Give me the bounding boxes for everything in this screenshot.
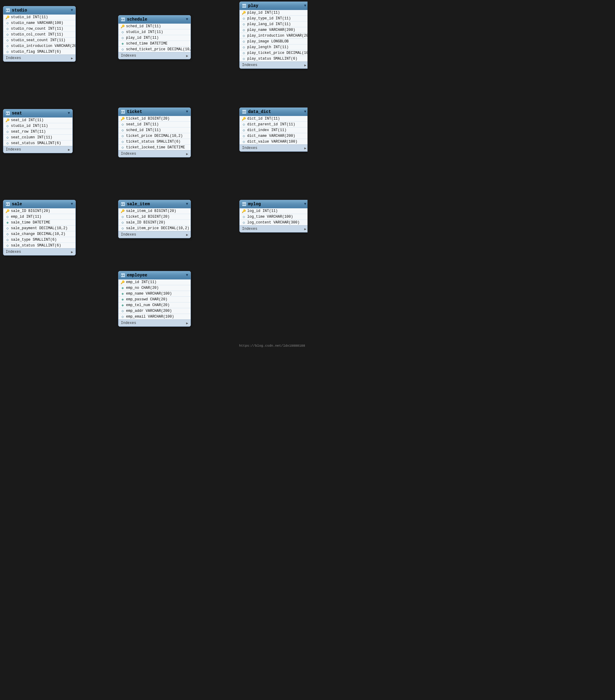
field-text: sale_change DECIMAL(10,2) — [11, 232, 65, 236]
table-title: studio — [12, 8, 69, 13]
table-row: ◇play_type_id INT(11) — [239, 16, 308, 22]
table-body: 🔑sched_id INT(11)◇studio_id INT(11)◇play… — [119, 24, 190, 52]
table-header-seat[interactable]: ▮▮seat▼ — [3, 109, 72, 117]
diamond-icon: ◇ — [121, 48, 124, 51]
indexes-section[interactable]: Indexes▶ — [3, 54, 75, 61]
table-row: ◇sale_type SMALLINT(6) — [3, 237, 75, 243]
diamond-icon: ◇ — [242, 215, 246, 218]
indexes-arrow-icon[interactable]: ▶ — [71, 250, 73, 254]
header-arrow-icon[interactable]: ▼ — [304, 4, 306, 8]
header-arrow-icon[interactable]: ▼ — [304, 202, 306, 206]
diamond-icon: ◇ — [121, 221, 124, 224]
table-data_dict: ▮▮data_dict▼🔑dict_id INT(11)◇dict_parent… — [239, 108, 308, 152]
header-arrow-icon[interactable]: ▼ — [304, 110, 306, 114]
table-play: ▮▮play▼🔑play_id INT(11)◇play_type_id INT… — [239, 1, 308, 69]
indexes-arrow-icon[interactable]: ▶ — [304, 63, 306, 67]
header-arrow-icon[interactable]: ▼ — [186, 17, 188, 22]
field-text: play_length INT(11) — [247, 45, 289, 49]
field-text: sale_ID BIGINT(20) — [126, 221, 165, 225]
indexes-arrow-icon[interactable]: ▶ — [186, 233, 188, 237]
table-row: 🔑ticket_id BIGINT(20) — [119, 116, 190, 122]
field-text: emp_no CHAR(20) — [126, 286, 159, 290]
diamond-icon: ◇ — [121, 226, 124, 230]
header-arrow-icon[interactable]: ▼ — [186, 273, 188, 277]
table-row: ◇dict_parent_id INT(11) — [239, 122, 308, 127]
field-text: sale_payment DECIMAL(10,2) — [11, 226, 67, 230]
indexes-arrow-icon[interactable]: ▶ — [186, 54, 188, 58]
table-row: ◇sale_ID BIGINT(20) — [119, 220, 190, 226]
table-row: 🔑studio_id INT(11) — [3, 14, 75, 20]
indexes-section[interactable]: Indexes▶ — [3, 248, 75, 255]
header-arrow-icon[interactable]: ▼ — [68, 111, 70, 115]
indexes-section[interactable]: Indexes▶ — [119, 52, 190, 59]
field-text: emp_email VARCHAR(100) — [126, 315, 174, 319]
table-row: ◇sched_ticket_price DECIMAL(10,2) — [119, 47, 190, 52]
field-text: play_id INT(11) — [247, 11, 280, 15]
key-icon: 🔑 — [121, 209, 124, 213]
field-text: studio_row_count INT(11) — [11, 27, 63, 31]
indexes-section[interactable]: Indexes▶ — [239, 145, 308, 151]
diamond-icon: ◈ — [121, 292, 124, 296]
table-icon: ▮▮ — [121, 17, 125, 22]
table-row: ◇log_content VARCHAR(300) — [239, 220, 308, 225]
field-text: seat_status SMALLINT(6) — [11, 141, 61, 145]
indexes-section[interactable]: Indexes▶ — [119, 150, 190, 157]
table-header-ticket[interactable]: ▮▮ticket▼ — [119, 108, 190, 116]
indexes-arrow-icon[interactable]: ▶ — [71, 56, 73, 60]
indexes-arrow-icon[interactable]: ▶ — [304, 146, 306, 150]
table-title: play — [248, 3, 302, 8]
diamond-icon: ◇ — [121, 36, 124, 40]
table-row: ◇studio_row_count INT(11) — [3, 26, 75, 32]
key-icon: 🔑 — [6, 118, 9, 122]
field-text: ticket_price DECIMAL(10,2) — [126, 134, 183, 138]
indexes-label: Indexes — [121, 321, 136, 325]
table-row: 🔑sale_item_id BIGINT(20) — [119, 208, 190, 214]
table-header-sale[interactable]: ▮▮sale▼ — [3, 200, 75, 208]
table-sale: ▮▮sale▼🔑sale_ID BIGINT(20)◇emp_id INT(11… — [3, 200, 76, 255]
diamond-icon: ◇ — [121, 123, 124, 126]
indexes-arrow-icon[interactable]: ▶ — [186, 152, 188, 156]
table-row: ◇sched_id INT(11) — [119, 127, 190, 133]
table-row: ◇ticket_price DECIMAL(10,2) — [119, 133, 190, 139]
table-header-studio[interactable]: ▮▮studio▼ — [3, 7, 75, 14]
header-arrow-icon[interactable]: ▼ — [186, 202, 188, 206]
field-text: ticket_id BIGINT(20) — [126, 215, 170, 219]
key-icon: 🔑 — [242, 117, 246, 121]
table-body: 🔑ticket_id BIGINT(20)◇seat_id INT(11)◇sc… — [119, 116, 190, 150]
indexes-section[interactable]: Indexes▶ — [3, 146, 72, 153]
field-text: sale_status SMALLINT(6) — [11, 243, 61, 248]
diamond-icon: ◇ — [6, 130, 9, 134]
field-text: emp_id INT(11) — [11, 215, 41, 219]
table-row: ◇seat_column INT(11) — [3, 135, 72, 140]
diamond-icon: ◈ — [121, 298, 124, 301]
header-arrow-icon[interactable]: ▼ — [71, 8, 73, 12]
table-body: 🔑studio_id INT(11)◇studio_name VARCHAR(1… — [3, 14, 75, 54]
field-text: studio_id INT(11) — [11, 124, 48, 128]
table-row: ◇studio_id INT(11) — [3, 123, 72, 129]
table-header-employee[interactable]: ▮▮employee▼ — [119, 271, 190, 279]
field-text: sale_ID BIGINT(20) — [11, 209, 50, 213]
table-header-mylog[interactable]: ▮▮mylog▼ — [239, 200, 308, 208]
indexes-arrow-icon[interactable]: ▶ — [304, 227, 306, 231]
table-row: ◇emp_id INT(11) — [3, 214, 75, 220]
indexes-arrow-icon[interactable]: ▶ — [186, 321, 188, 325]
table-header-sale_item[interactable]: ▮▮sale_item▼ — [119, 200, 190, 208]
table-row: ◇play_id INT(11) — [119, 35, 190, 41]
indexes-section[interactable]: Indexes▶ — [119, 320, 190, 326]
diamond-icon: ◇ — [6, 27, 9, 30]
table-header-schedule[interactable]: ▮▮schedule▼ — [119, 15, 190, 24]
diagram-canvas: ▮▮studio▼🔑studio_id INT(11)◇studio_name … — [0, 0, 308, 350]
field-text: emp_addr VARCHAR(200) — [126, 309, 172, 313]
header-arrow-icon[interactable]: ▼ — [71, 202, 73, 206]
indexes-section[interactable]: Indexes▶ — [119, 231, 190, 238]
header-arrow-icon[interactable]: ▼ — [186, 110, 188, 114]
table-row: ◇play_image LONGBLOB — [239, 39, 308, 45]
table-row: 🔑play_id INT(11) — [239, 10, 308, 16]
table-header-play[interactable]: ▮▮play▼ — [239, 2, 308, 10]
table-header-data_dict[interactable]: ▮▮data_dict▼ — [239, 108, 308, 116]
indexes-section[interactable]: Indexes▶ — [239, 61, 308, 68]
indexes-arrow-icon[interactable]: ▶ — [68, 148, 70, 152]
table-ticket: ▮▮ticket▼🔑ticket_id BIGINT(20)◇seat_id I… — [118, 108, 191, 158]
indexes-section[interactable]: Indexes▶ — [239, 225, 308, 232]
table-row: 🔑emp_id INT(11) — [119, 279, 190, 285]
